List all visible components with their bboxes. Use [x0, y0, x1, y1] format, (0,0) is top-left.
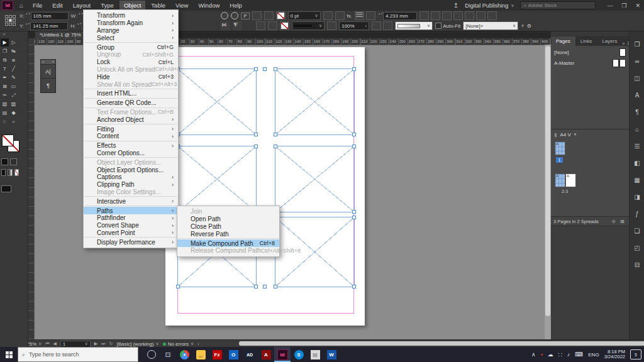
notification-center-icon[interactable]: 5: [630, 349, 641, 359]
menu-item[interactable]: Object Layer Options...: [84, 158, 178, 166]
close-icon[interactable]: ×: [52, 60, 54, 64]
panel-tab[interactable]: Links: [575, 36, 597, 46]
gap-value[interactable]: 4.233 mm: [383, 12, 417, 20]
start-button[interactable]: [0, 347, 18, 362]
tray-icon[interactable]: ⌨: [575, 351, 583, 358]
stroke-weight-combo[interactable]: 0 pt∨: [288, 11, 321, 20]
stepper-icon[interactable]: ▲▼: [78, 13, 82, 19]
tool-button[interactable]: ✂: [1, 91, 9, 99]
fit-frame-icon[interactable]: [431, 11, 440, 20]
master-a-row[interactable]: A-Master: [551, 57, 629, 67]
menu-item[interactable]: Captions ›: [84, 173, 178, 181]
workspace-switcher[interactable]: Digital Publishing∨: [465, 3, 514, 9]
character-formatting-button[interactable]: A|: [41, 64, 55, 78]
panel-icon[interactable]: ❐: [630, 36, 644, 53]
panel-tab[interactable]: Layers: [597, 36, 622, 46]
taskbar-app[interactable]: W: [323, 347, 340, 362]
placeholder-frame[interactable]: [177, 69, 257, 135]
menu-item[interactable]: Unlock All on Spread Ctrl+Alt+L: [84, 66, 178, 74]
collapse-icon[interactable]: «: [42, 60, 44, 64]
menu-item[interactable]: [84, 237, 177, 238]
menu-item[interactable]: [84, 42, 177, 43]
tool-button[interactable]: ▤: [1, 109, 9, 117]
align-bottom-icon[interactable]: [268, 21, 277, 30]
corner-options-icon[interactable]: [323, 11, 333, 20]
menu-item[interactable]: Display Performance ›: [84, 238, 178, 246]
menu-bar-item[interactable]: Help: [225, 1, 247, 10]
menu-item[interactable]: Show All on Spread Ctrl+Alt+3: [84, 80, 178, 88]
ruler-origin-corner[interactable]: [28, 38, 35, 45]
taskbar-app[interactable]: O: [225, 347, 242, 362]
free-transform-icon[interactable]: P: [241, 13, 249, 19]
home-icon[interactable]: ⌂: [19, 2, 23, 9]
menu-bar-item[interactable]: Type: [96, 1, 118, 10]
align-left-icon[interactable]: [453, 11, 463, 20]
y-value[interactable]: 141.25 mm: [30, 22, 68, 30]
wrap-jump-icon[interactable]: [383, 21, 392, 30]
tray-icon[interactable]: ⸬: [558, 351, 562, 358]
panel-icon[interactable]: ☰: [630, 138, 644, 155]
menu-item[interactable]: [84, 206, 177, 206]
effects-fx-icon[interactable]: fx.: [347, 13, 352, 19]
menu-bar-item[interactable]: Table: [147, 1, 170, 10]
shear-icon[interactable]: ⧨: [233, 21, 242, 30]
placeholder-frame[interactable]: [275, 146, 355, 212]
frame-icon[interactable]: [335, 11, 345, 20]
tool-button[interactable]: ☞: [1, 118, 9, 126]
page-1-thumbnail[interactable]: A: [555, 141, 565, 155]
master-page-thumbnail[interactable]: [619, 48, 626, 57]
menu-item[interactable]: Fitting ›: [84, 125, 178, 133]
stroke-swatch-none[interactable]: [280, 21, 289, 30]
y-position-field[interactable]: Y:▲▼ 141.25 mm: [19, 22, 68, 30]
menu-item[interactable]: Ungroup Ctrl+Shift+G: [84, 51, 178, 58]
fill-swatch-none[interactable]: [276, 11, 286, 20]
stepper-icon[interactable]: ▲▼: [26, 13, 30, 19]
tool-button[interactable]: ◆: [9, 109, 18, 117]
panel-icon[interactable]: A: [630, 87, 644, 104]
stepper-icon[interactable]: ▲▼: [378, 13, 382, 19]
x-value[interactable]: 105 mm: [31, 12, 69, 20]
distribute-icon[interactable]: [487, 11, 497, 20]
tool-button[interactable]: ❐: [1, 47, 9, 55]
menu-item[interactable]: [84, 98, 177, 99]
menu-item[interactable]: Insert HTML...: [84, 90, 178, 97]
last-page-button[interactable]: ⏭: [101, 341, 105, 346]
zoom-level-combo[interactable]: 75%∨: [26, 341, 42, 347]
adobe-stock-search[interactable]: ⌕ Adobe Stock: [520, 1, 596, 9]
panel-icon[interactable]: ⌂: [630, 121, 644, 138]
vertical-ruler[interactable]: [28, 45, 35, 339]
menu-item[interactable]: Effects ›: [84, 142, 178, 150]
stepper-icon[interactable]: ▲▼: [25, 23, 29, 30]
tray-icon[interactable]: ♪: [567, 351, 570, 358]
menu-bar-item[interactable]: Edit: [48, 1, 67, 10]
menu-bar-item[interactable]: Object: [119, 1, 145, 10]
flip-horizontal-icon[interactable]: [252, 11, 262, 20]
tool-button[interactable]: ⤢: [9, 91, 18, 99]
rotate-cw-icon[interactable]: [221, 12, 228, 19]
autofit-checkbox[interactable]: Auto-Fit: [435, 23, 460, 29]
gap-field[interactable]: ▲▼ 4.233 mm: [378, 12, 417, 20]
menu-item[interactable]: [84, 107, 177, 108]
vertical-scrollbar[interactable]: [545, 45, 551, 339]
next-page-button[interactable]: ▶: [94, 341, 97, 346]
rotate-spread-icon[interactable]: ↻: [109, 341, 113, 346]
page-1-label[interactable]: 1: [556, 157, 563, 163]
panel-icon[interactable]: ∞: [630, 53, 644, 70]
footer-icon[interactable]: ⊞: [620, 219, 625, 225]
preflight-profile-combo[interactable]: [Basic] (working)∨: [116, 341, 158, 347]
menu-item[interactable]: Image Color Settings...: [84, 189, 178, 196]
fill-stroke-swatches[interactable]: [2, 134, 21, 153]
taskbar-app[interactable]: ▤: [307, 347, 323, 362]
flip-vertical-icon[interactable]: [264, 11, 274, 20]
apply-none-icon[interactable]: [14, 169, 19, 176]
menu-item[interactable]: Paths ›: [84, 207, 178, 214]
menu-item[interactable]: Anchored Object ›: [84, 116, 178, 123]
menu-item[interactable]: Interactive ›: [84, 197, 178, 205]
tool-button[interactable]: ▧: [1, 100, 9, 108]
submenu-item[interactable]: Reverse Path: [177, 230, 279, 238]
menu-item[interactable]: Clipping Path ›: [84, 181, 178, 189]
apply-color-icon[interactable]: [1, 169, 6, 176]
panel-icon[interactable]: ◰: [630, 239, 644, 256]
tool-button[interactable]: ▷: [9, 38, 18, 47]
panel-icon[interactable]: ¶: [630, 104, 644, 121]
